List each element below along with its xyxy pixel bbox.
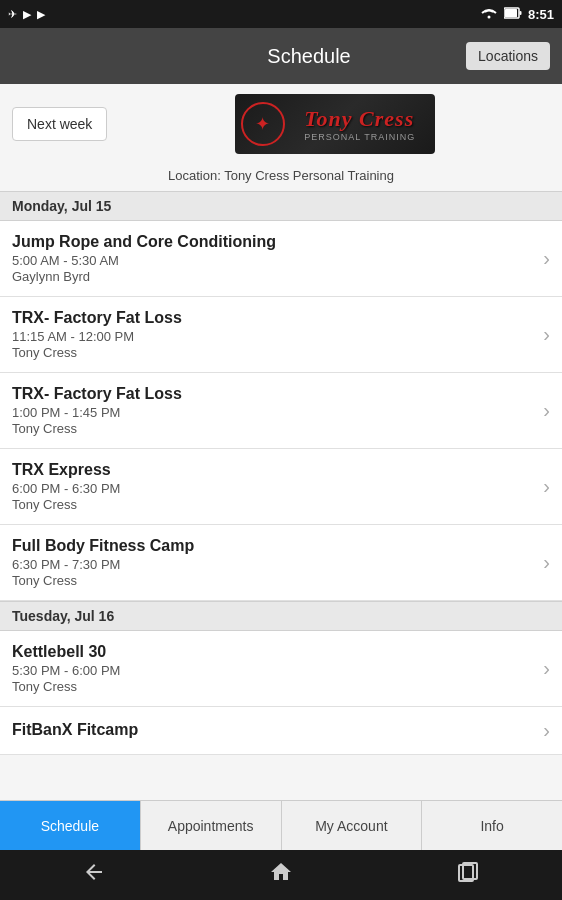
schedule-item[interactable]: TRX- Factory Fat Loss 11:15 AM - 12:00 P… — [0, 297, 562, 373]
schedule-info: TRX Express 6:00 PM - 6:30 PM Tony Cress — [12, 461, 535, 512]
back-icon[interactable] — [82, 860, 106, 890]
chevron-right-icon: › — [543, 247, 550, 270]
schedule-instructor: Tony Cress — [12, 679, 535, 694]
schedule-title: TRX- Factory Fat Loss — [12, 385, 535, 403]
schedule-time: 11:15 AM - 12:00 PM — [12, 329, 535, 344]
schedule-title: Jump Rope and Core Conditioning — [12, 233, 535, 251]
locations-button[interactable]: Locations — [466, 42, 550, 70]
chevron-right-icon: › — [543, 399, 550, 422]
schedule-info: Jump Rope and Core Conditioning 5:00 AM … — [12, 233, 535, 284]
nav-bar — [0, 850, 562, 900]
day-header-tuesday: Tuesday, Jul 16 — [0, 601, 562, 631]
tab-my-account[interactable]: My Account — [282, 801, 423, 850]
schedule-info: FitBanX Fitcamp — [12, 721, 535, 741]
schedule-instructor: Tony Cress — [12, 573, 535, 588]
location-text: Location: Tony Cress Personal Training — [0, 164, 562, 191]
schedule-time: 1:00 PM - 1:45 PM — [12, 405, 535, 420]
logo-circle: ✦ — [241, 102, 285, 146]
tab-schedule[interactable]: Schedule — [0, 801, 141, 850]
status-time: 8:51 — [528, 7, 554, 22]
page-title: Schedule — [152, 45, 466, 68]
schedule-title: FitBanX Fitcamp — [12, 721, 535, 739]
schedule-item[interactable]: Jump Rope and Core Conditioning 5:00 AM … — [0, 221, 562, 297]
notification-icon-3: ▶ — [37, 8, 45, 21]
schedule-title: Full Body Fitness Camp — [12, 537, 535, 555]
schedule-time: 6:00 PM - 6:30 PM — [12, 481, 535, 496]
svg-rect-2 — [519, 11, 521, 15]
schedule-item[interactable]: TRX Express 6:00 PM - 6:30 PM Tony Cress… — [0, 449, 562, 525]
schedule-item[interactable]: TRX- Factory Fat Loss 1:00 PM - 1:45 PM … — [0, 373, 562, 449]
chevron-right-icon: › — [543, 657, 550, 680]
content-area: Next week ✦ Tony Cress PERSONAL TRAINING… — [0, 84, 562, 800]
notification-icon-2: ▶ — [23, 8, 31, 21]
day-header-monday: Monday, Jul 15 — [0, 191, 562, 221]
schedule-item[interactable]: Full Body Fitness Camp 6:30 PM - 7:30 PM… — [0, 525, 562, 601]
schedule-title: TRX- Factory Fat Loss — [12, 309, 535, 327]
chevron-right-icon: › — [543, 323, 550, 346]
home-icon[interactable] — [269, 860, 293, 890]
week-row: Next week ✦ Tony Cress PERSONAL TRAINING — [0, 84, 562, 164]
chevron-right-icon: › — [543, 719, 550, 742]
svg-point-0 — [487, 16, 490, 19]
logo-subtitle: PERSONAL TRAINING — [304, 132, 415, 142]
battery-icon — [504, 7, 522, 21]
bottom-tabs: Schedule Appointments My Account Info — [0, 800, 562, 850]
notification-icon-1: ✈ — [8, 8, 17, 21]
chevron-right-icon: › — [543, 475, 550, 498]
header: Schedule Locations — [0, 28, 562, 84]
tab-info[interactable]: Info — [422, 801, 562, 850]
schedule-time: 5:30 PM - 6:00 PM — [12, 663, 535, 678]
schedule-item[interactable]: FitBanX Fitcamp › — [0, 707, 562, 755]
schedule-title: Kettlebell 30 — [12, 643, 535, 661]
schedule-info: TRX- Factory Fat Loss 11:15 AM - 12:00 P… — [12, 309, 535, 360]
schedule-instructor: Tony Cress — [12, 345, 535, 360]
schedule-instructor: Tony Cress — [12, 497, 535, 512]
schedule-time: 6:30 PM - 7:30 PM — [12, 557, 535, 572]
recent-apps-icon[interactable] — [456, 860, 480, 890]
svg-rect-3 — [505, 9, 517, 17]
status-bar-left: ✈ ▶ ▶ — [8, 8, 45, 21]
status-bar: ✈ ▶ ▶ 8:51 — [0, 0, 562, 28]
logo-container: ✦ Tony Cress PERSONAL TRAINING — [119, 94, 550, 154]
next-week-button[interactable]: Next week — [12, 107, 107, 141]
gym-logo: ✦ Tony Cress PERSONAL TRAINING — [235, 94, 435, 154]
logo-top-text: Tony Cress — [304, 106, 415, 132]
schedule-title: TRX Express — [12, 461, 535, 479]
status-bar-right: 8:51 — [480, 6, 554, 22]
schedule-instructor: Tony Cress — [12, 421, 535, 436]
tab-appointments[interactable]: Appointments — [141, 801, 282, 850]
schedule-item[interactable]: Kettlebell 30 5:30 PM - 6:00 PM Tony Cre… — [0, 631, 562, 707]
schedule-info: Full Body Fitness Camp 6:30 PM - 7:30 PM… — [12, 537, 535, 588]
schedule-info: TRX- Factory Fat Loss 1:00 PM - 1:45 PM … — [12, 385, 535, 436]
schedule-info: Kettlebell 30 5:30 PM - 6:00 PM Tony Cre… — [12, 643, 535, 694]
logo-inner-icon: ✦ — [255, 113, 270, 135]
schedule-instructor: Gaylynn Byrd — [12, 269, 535, 284]
schedule-time: 5:00 AM - 5:30 AM — [12, 253, 535, 268]
wifi-icon — [480, 6, 498, 22]
chevron-right-icon: › — [543, 551, 550, 574]
